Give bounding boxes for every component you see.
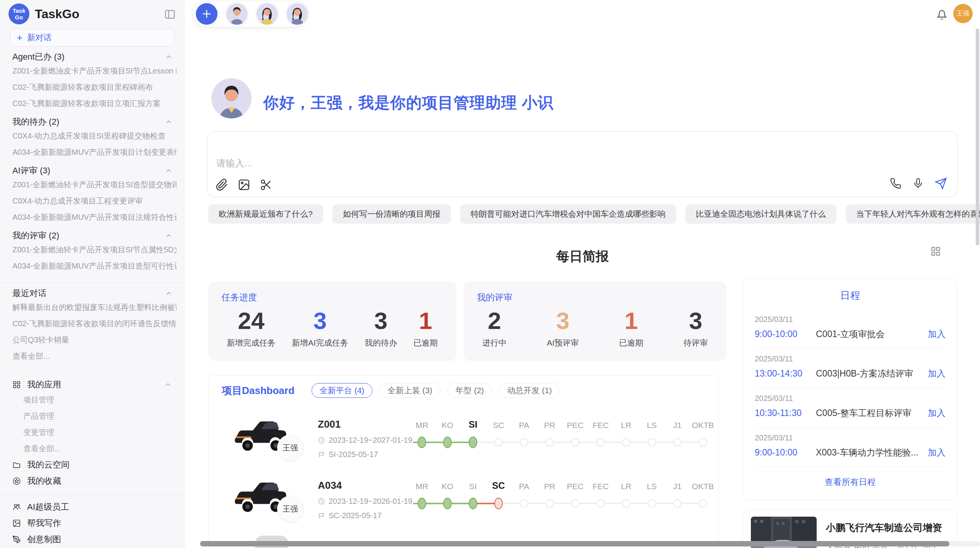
card-title: 任务进度 [221, 291, 443, 303]
milestone-label: SC [486, 480, 511, 491]
project-owner-badge: 王强 [277, 435, 303, 461]
milestone-node-si[interactable] [469, 498, 477, 509]
suggestion-chips: 欧洲新规最近颁布了什么?如何写一份清晰的项目周报特朗普可能对进口汽车增税会对中国… [208, 204, 980, 224]
sidebar-task-item[interactable]: C02-飞腾新能源轻客改款项目立项汇报方案 [12, 95, 176, 111]
sidebar-section-header[interactable]: 我的评审 (2) [12, 230, 173, 241]
stat: 3待评审 [684, 305, 708, 348]
dashboard-tab[interactable]: 全新平台 (4) [312, 383, 373, 398]
suggestion-chip[interactable]: 特朗普可能对进口汽车增税会对中国车企造成哪些影响 [460, 204, 676, 224]
milestone-label: SC [486, 421, 511, 430]
microphone-icon[interactable] [912, 178, 924, 189]
sidebar-item-ai-staff[interactable]: AI超级员工 [12, 499, 172, 515]
my-apps-subitem[interactable]: 变更管理 [23, 424, 172, 440]
sidebar-section-header-recent[interactable]: 最近对话 [12, 288, 173, 299]
dashboard-tab[interactable]: 全新上装 (3) [379, 383, 440, 398]
recent-conversation-item[interactable]: C02-飞腾新能源轻客改款项目的闭环通告反馈情况 [12, 315, 176, 332]
my-apps-subitem[interactable]: 查看全部... [23, 440, 172, 457]
sidebar-item-favorites[interactable]: 我的收藏 [12, 473, 172, 489]
suggestion-chip[interactable]: 如何写一份清晰的项目周报 [332, 204, 451, 224]
new-chat-button[interactable]: + 新对话 [10, 29, 174, 46]
milestone-node-ko[interactable] [443, 498, 452, 509]
horizontal-scrollbar-thumb[interactable] [200, 541, 949, 546]
stat: 2进行中 [482, 305, 507, 348]
milestone-node-si[interactable] [469, 437, 477, 448]
chevron-up-icon [165, 167, 173, 175]
milestone-node-ls[interactable] [648, 499, 656, 508]
notifications-bell-icon[interactable] [934, 7, 949, 22]
dashboard-tab[interactable]: 动总开发 (1) [499, 383, 560, 398]
recent-conversation-item[interactable]: 公司Q3轻卡销量 [12, 332, 176, 348]
sidebar-item-creative-draw[interactable]: 创意制图 [12, 531, 172, 548]
suggestion-chip[interactable]: 欧洲新规最近颁布了什么? [208, 204, 323, 224]
image-upload-icon[interactable] [238, 178, 250, 191]
chat-input-box[interactable]: 请输入... [207, 131, 958, 197]
my-apps-subitem[interactable]: 项目管理 [23, 392, 172, 408]
milestone-node-sc[interactable] [494, 498, 503, 509]
project-row[interactable]: 王强Z0012023-12-19~2027-01-19SI-2025-05-17… [209, 413, 718, 474]
milestone-node-fec[interactable] [596, 499, 605, 508]
milestone-node-pa[interactable] [520, 499, 528, 508]
milestone-node-fec[interactable] [596, 438, 605, 447]
sidebar-item-my-apps[interactable]: 我的应用 [12, 378, 172, 392]
event-date: 2025/03/11 [755, 354, 946, 363]
event-join-link[interactable]: 加入 [928, 328, 946, 340]
milestone-node-ls[interactable] [648, 438, 656, 447]
send-icon[interactable] [935, 177, 947, 190]
milestone-node-oktb[interactable] [699, 438, 707, 447]
user-avatar[interactable]: 王强 [953, 4, 973, 23]
milestone-node-j1[interactable] [673, 499, 682, 508]
agent-avatar[interactable] [286, 3, 308, 25]
event-join-link[interactable]: 加入 [928, 407, 946, 419]
schedule-event: 2025/03/1113:00-14:30C003|H0B-方案冻结评审加入 [755, 349, 946, 388]
sidebar-task-item[interactable]: A034-全新新能源MUV产品开发项目造型可行性评审 [12, 258, 176, 274]
sidebar-item-help-write[interactable]: 帮我写作 [12, 515, 172, 531]
sidebar-section-header[interactable]: Agent已办 (3) [12, 51, 173, 63]
event-join-link[interactable]: 加入 [928, 447, 946, 459]
milestone-node-pa[interactable] [520, 438, 528, 447]
milestone-node-j1[interactable] [673, 438, 682, 447]
milestone-node-lr[interactable] [622, 499, 630, 508]
sidebar-task-item[interactable]: C02-飞腾新能源轻客改款项目里程碑画布 [12, 79, 176, 95]
view-all-schedule-link[interactable]: 查看所有日程 [743, 476, 957, 488]
sidebar-task-item[interactable]: C0X4-动力总成开发项目工程变更评审 [12, 193, 176, 209]
sidebar-task-item[interactable]: Z001-全新燃油轻卡产品开发项目SI造型提交物评审 [12, 176, 176, 193]
milestone-node-pec[interactable] [571, 499, 579, 508]
milestone-node-pr[interactable] [545, 438, 554, 447]
new-session-button[interactable] [196, 3, 218, 25]
sidebar-item-cloud-space[interactable]: 我的云空间 [12, 457, 172, 473]
sidebar-section-header[interactable]: AI评审 (3) [12, 165, 173, 176]
recent-conversation-item[interactable]: 解释最新出台的欧盟报废车法规再生塑料比例被调至15%... [12, 299, 176, 315]
recent-conversation-item[interactable]: 查看全部... [12, 348, 176, 364]
milestone-node-mr[interactable] [418, 437, 426, 448]
stat-value: 24 [238, 305, 265, 337]
sidebar-section-header[interactable]: 我的待办 (2) [12, 116, 173, 128]
milestone-node-ko[interactable] [443, 437, 452, 448]
sidebar-task-item[interactable]: Z001-全新燃油轻卡产品开发项目SI节点属性5D文件评审 [12, 241, 176, 258]
briefing-layout-icon[interactable] [930, 246, 941, 257]
suggestion-chip[interactable]: 当下年轻人对汽车外观有怎样的喜好趋势 [846, 204, 980, 224]
project-row[interactable]: 王强A0342023-12-19~2026-01-19SC-2025-05-17… [209, 474, 718, 535]
sidebar-collapse-icon[interactable] [164, 9, 176, 20]
horizontal-scrollbar[interactable] [200, 541, 980, 546]
vertical-scrollbar-thumb[interactable] [976, 29, 979, 245]
agent-avatar[interactable] [226, 3, 248, 25]
milestone-node-lr[interactable] [622, 438, 630, 447]
stat-value: 3 [689, 305, 702, 337]
milestone-node-pr[interactable] [545, 499, 554, 508]
dashboard-tab[interactable]: 年型 (2) [447, 383, 492, 398]
sidebar-task-item[interactable]: A034-全新新能源MUV产品开发项目法规符合性评审 [12, 209, 176, 225]
milestone-node-oktb[interactable] [699, 499, 707, 508]
sidebar-task-item[interactable]: A034-全新新能源MUV产品开发项目计划变更表编写 [12, 144, 176, 160]
my-apps-subitem[interactable]: 产品管理 [23, 408, 172, 424]
suggestion-chip[interactable]: 比亚迪全固态电池计划具体说了什么 [685, 204, 836, 224]
phone-call-icon[interactable] [890, 178, 901, 189]
milestone-node-sc[interactable] [494, 438, 503, 447]
milestone-node-mr[interactable] [418, 498, 426, 509]
scissors-icon[interactable] [260, 178, 272, 191]
agent-avatar[interactable] [256, 3, 278, 25]
event-join-link[interactable]: 加入 [928, 368, 946, 380]
attachment-icon[interactable] [216, 178, 228, 191]
milestone-node-pec[interactable] [571, 438, 579, 447]
sidebar-task-item[interactable]: Z001-全新燃油皮卡产品开发项目SI节点Lesson Learn报告 [12, 63, 176, 79]
sidebar-task-item[interactable]: C0X4-动力总成开发项目SI里程碑提交物检查 [12, 128, 176, 144]
